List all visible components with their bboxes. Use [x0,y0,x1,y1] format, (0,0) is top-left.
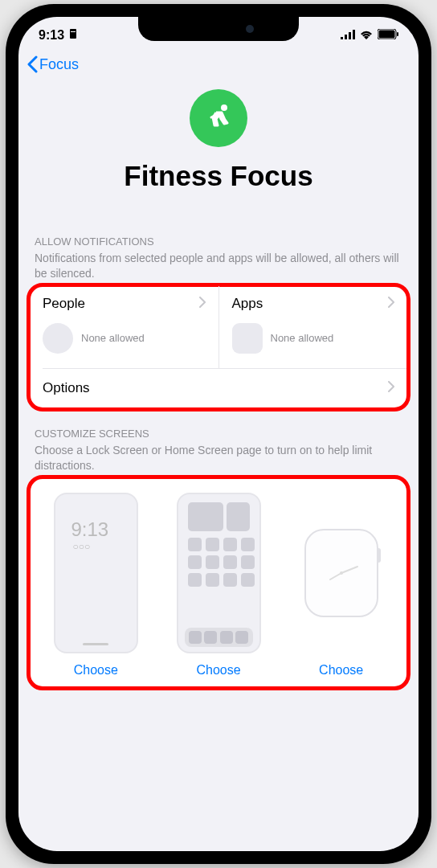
widget-icon [188,502,223,531]
lock-screen-option[interactable]: 9:13 ○○○ Choose [38,493,154,678]
svg-rect-5 [353,30,355,39]
wifi-icon [360,28,373,43]
chevron-right-icon [388,381,394,395]
svg-rect-4 [349,32,351,39]
widget-icon [227,502,250,531]
notifications-card: People None allowed Apps [30,286,407,409]
svg-point-12 [340,571,343,575]
dock-icon [235,631,248,644]
svg-point-9 [221,104,227,111]
chevron-left-icon [27,55,38,73]
svg-rect-8 [397,32,398,36]
app-icon [241,573,255,587]
signal-icon [341,28,355,43]
app-icon [223,573,237,587]
lock-preview-widgets: ○○○ [72,541,90,552]
app-icon [241,538,255,551]
lock-preview-time: 9:13 [71,518,108,541]
svg-rect-0 [70,29,76,39]
svg-rect-1 [71,31,76,32]
section-description-screens: Choose a Lock Screen or Home Screen page… [35,443,402,473]
app-icon [241,555,255,569]
section-description-notifications: Notifications from selected people and a… [35,251,402,281]
options-label: Options [43,380,90,396]
apps-status: None allowed [271,332,334,344]
watch-preview [304,529,378,617]
chevron-right-icon [199,297,206,311]
section-title-notifications: ALLOW NOTIFICATIONS [35,235,402,248]
svg-rect-7 [379,31,395,39]
app-icon [206,538,219,551]
battery-icon [378,28,398,43]
people-status: None allowed [81,332,145,344]
apps-label: Apps [232,296,263,312]
choose-home-button[interactable]: Choose [196,663,240,678]
lock-screen-preview: 9:13 ○○○ [54,493,138,653]
status-time: 9:13 [39,28,64,43]
header: Fitness Focus [18,89,419,216]
back-label: Focus [39,56,79,73]
options-row[interactable]: Options [30,368,407,408]
watch-hands-icon [317,557,366,589]
avatar-placeholder [43,323,73,354]
choose-lock-button[interactable]: Choose [74,663,118,678]
app-icon [188,555,202,569]
section-title-screens: CUSTOMIZE SCREENS [35,428,402,440]
home-indicator-icon [83,643,108,645]
home-screen-preview [177,493,261,653]
chevron-right-icon [388,297,394,311]
app-icon [223,555,237,569]
svg-rect-3 [345,35,347,39]
book-icon [68,28,78,43]
home-screen-option[interactable]: Choose [161,493,277,678]
choose-watch-button[interactable]: Choose [319,663,363,678]
screens-card: 9:13 ○○○ Choose [30,478,407,687]
people-cell[interactable]: People None allowed [30,286,219,368]
nav-bar: Focus [18,47,419,89]
svg-rect-2 [341,37,343,39]
app-icon [188,573,202,587]
svg-line-11 [330,573,341,579]
app-icon [206,555,219,569]
watch-option[interactable]: Choose [283,493,399,678]
fitness-icon [190,89,247,147]
app-placeholder [232,323,263,354]
people-label: People [43,296,85,312]
app-icon [206,573,219,587]
app-icon [188,538,202,551]
apps-cell[interactable]: Apps None allowed [219,286,408,368]
svg-line-10 [341,567,357,573]
dock-icon [204,631,217,644]
watch-crown-icon [377,548,381,563]
app-icon [223,538,237,551]
back-button[interactable]: Focus [27,55,410,73]
dock-icon [220,631,233,644]
page-title: Fitness Focus [35,160,402,192]
dock-icon [189,631,202,644]
